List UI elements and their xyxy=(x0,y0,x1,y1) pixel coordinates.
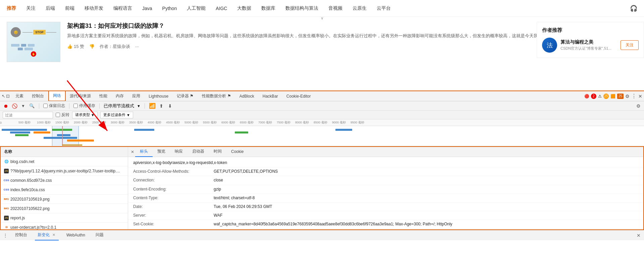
article-more-button[interactable]: ··· xyxy=(135,44,139,49)
header-name: Content-Encoding: xyxy=(133,186,214,193)
overflow-menu-icon[interactable]: ⋮ xyxy=(631,93,637,99)
throttle-dropdown-icon[interactable]: ▼ xyxy=(137,104,141,108)
nav-item-follow[interactable]: 关注 xyxy=(26,5,36,11)
nav-item-avmedia[interactable]: 音视频 xyxy=(328,5,342,11)
tab-preview[interactable]: 预览 xyxy=(153,147,170,157)
ruler-mark-7000: 7000 毫秒 xyxy=(258,120,272,125)
list-item[interactable]: 🌐 blog.csdn.net xyxy=(1,157,128,166)
reverse-filter-checkbox[interactable]: 反转 xyxy=(56,112,69,118)
nav-item-mobile[interactable]: 移动开发 xyxy=(85,5,103,11)
nav-item-cloudnative[interactable]: 云原生 xyxy=(353,5,367,11)
header-name: Content-Type: xyxy=(133,195,214,201)
tab-lighthouse[interactable]: Lighthouse xyxy=(145,91,173,102)
devtools-close-icon[interactable]: ✕ xyxy=(638,94,642,99)
nav-item-frontend[interactable]: 前端 xyxy=(65,5,74,11)
ruler-mark-8000: 8000 毫秒 xyxy=(295,120,309,125)
list-item[interactable]: CSS common.65cd972e.css xyxy=(1,176,128,185)
nav-item-backend[interactable]: 后端 xyxy=(46,5,55,11)
timeline-bar xyxy=(10,131,30,133)
dislike-button[interactable]: 👎 xyxy=(89,44,95,49)
nav-item-ai[interactable]: 人工智能 xyxy=(187,5,206,11)
bottom-tab-changes[interactable]: 新变化 ✕ xyxy=(35,230,59,240)
list-item[interactable]: IMG 20220107105622.png xyxy=(1,204,128,213)
tab-elements[interactable]: 元素 xyxy=(11,91,28,102)
request-type-button[interactable]: 请求类型 ▼ xyxy=(72,112,98,118)
bottom-tab-console[interactable]: 控制台 xyxy=(12,230,30,240)
tab-headers[interactable]: 标头 xyxy=(135,147,153,157)
network-timeline[interactable]: 0 500 毫秒 1000 毫秒 1500 毫秒 2000 毫秒 2500 毫秒… xyxy=(0,119,644,146)
tab-cookies[interactable]: Cookie xyxy=(226,147,248,157)
tab-console[interactable]: 控制台 xyxy=(28,91,48,102)
headset-icon[interactable]: 🎧 xyxy=(630,5,637,12)
tab-response[interactable]: 响应 xyxy=(170,147,187,157)
author-detail: 算法与编程之美 CSDN官方认证"博客专家",51... xyxy=(560,39,617,51)
tab-performance[interactable]: 性能 xyxy=(95,91,112,102)
tab-hackbar[interactable]: HackBar xyxy=(259,91,282,102)
nav-item-dsa[interactable]: 数据结构与算法 xyxy=(285,5,318,11)
header-name: Connection: xyxy=(133,177,214,183)
inspect-element-icon[interactable]: ↖ xyxy=(2,94,5,99)
preserve-log-checkbox[interactable]: 保留日志 xyxy=(43,103,65,109)
settings-gear-icon[interactable]: ⚙ xyxy=(635,103,641,109)
header-value: gzip xyxy=(214,186,221,193)
tab-timing[interactable]: 时间 xyxy=(209,147,226,157)
tab-sources[interactable]: 源代码/来源 xyxy=(66,91,95,102)
timeline-bars[interactable] xyxy=(0,126,644,146)
separator xyxy=(39,103,39,109)
list-item[interactable]: JS ??lib/jquery/1.12.4/jquery.min.js,use… xyxy=(1,166,128,176)
bottom-tab-webauthn[interactable]: WebAuthn xyxy=(64,230,88,240)
ruler-mark-3000: 3000 毫秒 xyxy=(111,120,124,125)
tab-initiator[interactable]: 启动器 xyxy=(187,147,209,157)
list-item[interactable]: IMG 20220107105619.png xyxy=(1,195,128,204)
author-avatar[interactable]: 法 xyxy=(542,38,557,53)
clear-button[interactable]: 🚫 xyxy=(11,103,17,109)
like-button[interactable]: 👍 15 赞 xyxy=(67,44,84,50)
follow-button[interactable]: 关注 xyxy=(621,40,639,50)
wifi-icon[interactable]: 📶 xyxy=(149,103,156,109)
tab-close-icon[interactable]: ✕ xyxy=(51,233,56,237)
tab-recorder[interactable]: 记录器 ⚑ xyxy=(173,91,198,102)
nav-item-recommend[interactable]: 推荐 xyxy=(7,5,16,11)
nav-item-database[interactable]: 数据库 xyxy=(261,5,275,11)
preserve-log-input[interactable] xyxy=(43,104,48,108)
tab-adblock[interactable]: AdBlock xyxy=(235,91,259,102)
import-button[interactable]: ⬆ xyxy=(158,103,164,109)
ruler-mark-0: 0 xyxy=(0,121,2,124)
nav-item-bigdata[interactable]: 大数据 xyxy=(237,5,251,11)
list-item[interactable]: ⊟ user-ordercart.js?ts=2.0.1 xyxy=(1,223,128,229)
list-item[interactable]: CSS index.9efe10ca.css xyxy=(1,185,128,195)
article-thumbnail[interactable]: 😊 STOP xyxy=(7,22,60,62)
reverse-input[interactable] xyxy=(56,113,60,117)
tab-network[interactable]: 网络 xyxy=(48,91,66,101)
nav-item-java[interactable]: Java xyxy=(142,6,152,11)
more-filters-button[interactable]: 更多过滤条件 ▼ xyxy=(100,112,133,118)
disable-cache-input[interactable] xyxy=(73,104,78,108)
file-name: blog.csdn.net xyxy=(10,159,34,164)
file-name: report.js xyxy=(10,216,25,220)
nav-item-aigc[interactable]: AIGC xyxy=(216,6,227,11)
device-toolbar-icon[interactable]: ⊡ xyxy=(6,94,10,99)
tab-perf-insights[interactable]: 性能数据分析 ⚑ xyxy=(198,91,235,102)
record-button[interactable]: ⏺ xyxy=(3,103,9,109)
headers-content[interactable]: apiversion,x-log-bodyrawsize,x-log-reque… xyxy=(128,157,643,229)
nav-item-proglang[interactable]: 编程语言 xyxy=(113,5,132,11)
filter-input[interactable] xyxy=(3,112,53,118)
disable-cache-checkbox[interactable]: 停用缓存 xyxy=(73,103,95,109)
bottom-menu-icon[interactable]: ⋮ xyxy=(3,233,7,238)
export-button[interactable]: ⬇ xyxy=(167,103,173,109)
filter-toggle-button[interactable]: ▼ xyxy=(20,103,26,109)
tab-application[interactable]: 应用 xyxy=(128,91,145,102)
search-button[interactable]: 🔍 xyxy=(29,103,35,109)
nav-item-python[interactable]: Python xyxy=(162,6,177,11)
detail-close-button[interactable]: ✕ xyxy=(130,149,135,155)
header-value: apiversion,x-log-bodyrawsize,x-log-reque… xyxy=(133,160,227,166)
network-file-list: 名称 🌐 blog.csdn.net JS ??lib/jquery/1.12.… xyxy=(1,147,128,229)
ruler-mark-6500: 6500 毫秒 xyxy=(240,120,254,125)
bottom-bar-close-button[interactable]: ✕ xyxy=(637,233,641,238)
tab-memory[interactable]: 内存 xyxy=(112,91,128,102)
list-item[interactable]: JS report.js xyxy=(1,213,128,223)
tab-cookie-editor[interactable]: Cookie-Editor xyxy=(282,91,315,102)
nav-item-cloudplatform[interactable]: 云平台 xyxy=(377,5,391,11)
settings-icon[interactable]: ⚙ xyxy=(625,94,630,99)
bottom-tab-issues[interactable]: 问题 xyxy=(93,230,106,240)
